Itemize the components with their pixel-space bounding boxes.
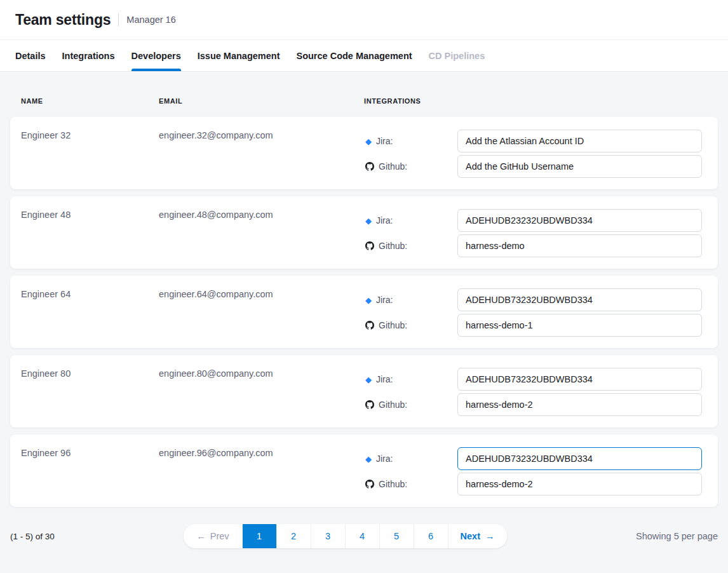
github-username-input[interactable] [457,314,702,337]
tab-source-code-management[interactable]: Source Code Management [296,40,412,71]
developer-name: Engineer 64 [21,288,71,299]
tab-details[interactable]: Details [15,40,46,71]
next-label: Next [461,531,480,541]
page-button-5[interactable]: 5 [379,524,414,548]
column-header-integrations: INTEGRATIONS [364,97,718,105]
page-button-3[interactable]: 3 [311,524,345,548]
prev-page-button[interactable]: ← Prev [184,524,241,548]
pagination-range: (1 - 5) of 30 [10,532,55,541]
jira-id-input[interactable] [457,288,702,311]
jira-icon: ◆ [365,375,372,384]
developers-panel: NAME EMAIL INTEGRATIONS Engineer 32 engi… [0,72,728,548]
jira-icon: ◆ [365,296,372,304]
developer-name: Engineer 96 [21,447,71,458]
jira-label: Jira: [376,136,393,146]
table-row: Engineer 32 engineer.32@company.com ◆ Ji… [10,117,718,189]
column-header-email: EMAIL [159,97,364,105]
jira-icon: ◆ [365,455,372,463]
github-icon [365,400,374,409]
page-button-4[interactable]: 4 [345,524,379,548]
jira-id-input[interactable] [457,368,702,391]
jira-id-input[interactable] [457,209,702,232]
arrow-left-icon: ← [196,531,206,541]
developer-email: engineer.48@company.com [159,209,273,220]
jira-icon: ◆ [365,217,372,225]
table-row: Engineer 80 engineer.80@company.com ◆ Ji… [10,355,718,428]
developer-name: Engineer 48 [21,209,71,220]
table-header: NAME EMAIL INTEGRATIONS [10,97,718,105]
github-username-input[interactable] [457,393,702,416]
developer-name: Engineer 80 [21,368,71,379]
pager: ← Prev 1 2 3 4 5 6 Next → [184,524,506,548]
developer-email: engineer.80@company.com [159,368,273,379]
github-label: Github: [379,241,407,251]
tab-issue-management[interactable]: Issue Management [198,40,280,71]
page-header: Team settings Manager 16 [0,0,728,39]
github-icon [365,480,374,489]
tab-integrations[interactable]: Integrations [62,40,115,71]
jira-label: Jira: [376,215,393,226]
tab-developers[interactable]: Developers [131,40,181,71]
developer-email: engineer.32@company.com [159,130,273,140]
page-title: Team settings [15,11,111,29]
github-icon [365,321,374,330]
github-label: Github: [379,479,407,489]
table-row: Engineer 48 engineer.48@company.com ◆ Ji… [10,196,718,269]
github-icon [365,162,374,171]
developer-name: Engineer 32 [21,130,71,140]
jira-label: Jira: [376,454,393,464]
title-divider [118,13,119,26]
table-row: Engineer 96 engineer.96@company.com ◆ Ji… [10,435,718,507]
page-button-2[interactable]: 2 [276,524,311,548]
github-label: Github: [379,320,407,330]
tab-cd-pipelines: CD Pipelines [429,40,485,71]
pagination-bar: (1 - 5) of 30 ← Prev 1 2 3 4 5 6 Next → … [0,524,728,548]
developer-email: engineer.64@company.com [159,288,273,299]
next-page-button[interactable]: Next → [448,524,507,548]
per-page-label: Showing 5 per page [636,531,718,541]
column-header-name: NAME [21,97,159,105]
jira-icon: ◆ [365,137,372,145]
page-button-1[interactable]: 1 [242,524,276,548]
github-label: Github: [379,161,407,172]
github-username-input[interactable] [457,155,702,178]
github-username-input[interactable] [457,234,702,257]
tab-bar: Details Integrations Developers Issue Ma… [0,39,728,72]
page-subtitle: Manager 16 [126,15,175,25]
github-icon [365,241,374,250]
github-username-input[interactable] [457,473,702,495]
page-button-6[interactable]: 6 [414,524,448,548]
github-label: Github: [379,400,407,410]
table-row: Engineer 64 engineer.64@company.com ◆ Ji… [10,276,718,348]
jira-id-input[interactable] [457,130,702,152]
jira-label: Jira: [376,295,393,305]
arrow-right-icon: → [485,531,495,541]
jira-id-input-focused[interactable] [457,447,702,470]
prev-label: Prev [210,531,229,541]
jira-label: Jira: [376,374,393,384]
developer-email: engineer.96@company.com [159,447,273,458]
